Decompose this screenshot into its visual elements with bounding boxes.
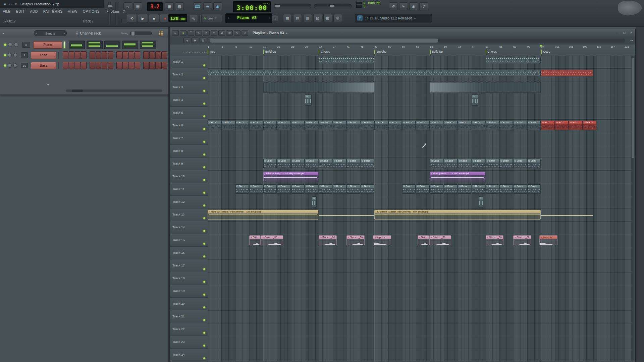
pattern-next-icon[interactable]: ▸ — [269, 16, 270, 19]
menu-item-file[interactable]: FILE — [3, 9, 11, 13]
track-header-21[interactable]: Track 21 — [170, 310, 208, 323]
clip-kickstart-master-instrumente-mix-envelope[interactable]: ƒKickstart (Master Instrumente) - Mix en… — [208, 210, 318, 220]
clip-pi-3[interactable]: ⊟Pi..3 — [388, 121, 402, 130]
bpm-display[interactable]: 128 .000 — [168, 14, 187, 22]
step-button[interactable] — [69, 62, 74, 69]
channel-volume-knob[interactable] — [13, 63, 17, 68]
clip-swee-06[interactable]: ∿Swee..._06 — [261, 235, 283, 245]
clip-pi-3[interactable]: ⊟Pi..3 — [374, 121, 388, 130]
step-button[interactable] — [90, 62, 95, 69]
clip-bass[interactable]: ⊟Bass — [235, 184, 249, 194]
clip-lead[interactable]: ⊟Lead — [513, 159, 527, 168]
channel-pan-knob[interactable] — [8, 63, 12, 68]
collapse-arrow-icon[interactable]: ▸ — [3, 32, 4, 35]
timeline-ruler[interactable]: NOTE CHAN PAT 15913172125293337414549535… — [170, 45, 635, 56]
clip-piano[interactable]: ⊟Piano — [361, 121, 374, 130]
section-marker-build-up[interactable]: Build Up — [430, 50, 443, 54]
channel-pan-knob[interactable] — [8, 43, 12, 47]
track-header-4[interactable]: Track 4 — [170, 94, 208, 107]
step-button[interactable] — [81, 51, 87, 59]
pattern-preview-cell[interactable] — [140, 41, 156, 49]
close-icon[interactable]: ✕ — [629, 31, 634, 35]
clip-envline[interactable] — [319, 210, 374, 220]
clip-pi-2[interactable]: ⊟Pi..2 — [458, 121, 471, 130]
track-led[interactable] — [203, 332, 205, 334]
track-header-15[interactable]: Track 15 — [170, 234, 208, 247]
close-all-icon[interactable]: ✕ — [14, 2, 18, 6]
pattern-add-button[interactable]: + — [272, 15, 278, 22]
track-header-6[interactable]: Track 6 — [170, 119, 208, 132]
clip-p-no[interactable]: ⊟P..no — [499, 121, 513, 130]
scroll-buttons[interactable]: ◂ ▸ — [630, 39, 633, 42]
track-led[interactable] — [203, 64, 205, 66]
clip-pi-2[interactable]: ⊟Pi..2 — [569, 121, 582, 130]
clip-pi-3[interactable]: ⊟Pi..3 — [208, 121, 221, 130]
scroll-left-icon[interactable]: ◂ — [183, 38, 190, 43]
clip-lead[interactable]: ⊟Lead — [346, 159, 360, 168]
play-button[interactable]: ▶ — [138, 14, 148, 23]
clip-impa-se[interactable]: ∿Impa..se — [373, 235, 391, 245]
track-led[interactable] — [203, 306, 205, 308]
track-led[interactable] — [203, 192, 205, 194]
shuffle-slider[interactable] — [274, 4, 311, 8]
step-button[interactable] — [143, 51, 149, 59]
main-out-icon[interactable]: ∿ — [123, 2, 132, 10]
clip-pi-2[interactable]: ⊟Pi..2 — [291, 121, 305, 130]
step-button[interactable] — [128, 62, 134, 69]
step-button[interactable] — [69, 51, 74, 59]
maximize-icon[interactable]: ▢ — [622, 31, 627, 35]
io-panel-icon[interactable]: ▩ — [175, 2, 184, 10]
track-header-17[interactable]: Track 17 — [170, 259, 208, 272]
clip-kickstart-master-instrumente-mix-envelope[interactable]: ƒKickstart (Master Instrumente) - Mix en… — [374, 210, 541, 220]
menu-item-add[interactable]: ADD — [30, 9, 38, 13]
channel-rack-scrollbar[interactable] — [66, 89, 162, 92]
track-led[interactable] — [203, 345, 205, 347]
step-button[interactable] — [96, 51, 101, 59]
clip-pi-2[interactable]: ⊟Pi..2 — [277, 121, 290, 130]
clip-envline[interactable] — [541, 210, 593, 220]
track-header-9[interactable]: Track 9 — [170, 158, 208, 170]
clip-pi-2[interactable]: ⊟Pi..2 — [416, 121, 429, 130]
track-header-14[interactable]: Track 14 — [170, 221, 208, 234]
main-pitch-fader[interactable] — [115, 2, 118, 24]
clip-small[interactable]: ⊟ — [312, 196, 317, 207]
clip-filter-lead-c-off-freq-envelope[interactable]: ƒFilter (Lead) - C..off freq envelope — [263, 172, 319, 181]
channel-button-bass[interactable]: Bass — [31, 62, 56, 69]
clip-swee-06[interactable]: ∿Swee..._06 — [513, 235, 531, 245]
clip-p-no[interactable]: ⊟P..no — [319, 121, 332, 130]
clip-lead[interactable]: ⊟Lead — [486, 159, 499, 168]
menu-item-view[interactable]: VIEW — [68, 9, 77, 13]
track-led[interactable] — [203, 243, 205, 245]
clip-lead[interactable]: ⊟Lead — [277, 159, 290, 168]
track-led[interactable] — [203, 154, 205, 156]
help-icon[interactable]: ? — [419, 2, 428, 10]
clip-lead[interactable]: ⊟Lead — [499, 159, 513, 168]
track-header-10[interactable]: Track 10 — [170, 170, 208, 183]
step-button[interactable] — [63, 62, 68, 69]
marker-add-icon[interactable]: ⊞ — [200, 38, 206, 43]
step-button[interactable] — [135, 62, 140, 69]
clip-lead[interactable]: ⊟Lead — [430, 159, 443, 168]
main-volume-fader[interactable] — [108, 2, 111, 24]
track-led[interactable] — [203, 179, 205, 181]
typing-keyboard-icon[interactable]: ⌨ — [193, 2, 202, 10]
clip-bass[interactable]: ⊟Bass — [277, 184, 290, 194]
add-channel-button[interactable]: + — [47, 82, 49, 87]
step-button[interactable] — [102, 51, 107, 59]
clip-bass[interactable]: ⊟Bass — [430, 184, 443, 194]
zoom-icon[interactable]: ⚲ — [234, 30, 240, 36]
section-marker-chorus[interactable]: Chorus — [486, 50, 497, 54]
step-button[interactable] — [102, 62, 107, 69]
channel-number[interactable]: 8 — [22, 42, 30, 48]
channel-number[interactable]: 9 — [21, 52, 28, 58]
app-icon[interactable]: ▣ — [3, 2, 7, 6]
clip-pia-3[interactable]: ⊟Pia..3 — [221, 121, 235, 130]
clip-pi-2[interactable]: ⊟Pi..2 — [472, 121, 485, 130]
track-led[interactable] — [203, 255, 205, 257]
cut-icon[interactable]: ✂ — [211, 30, 217, 36]
clip-lead[interactable]: ⊟Lead — [333, 159, 346, 168]
track-header-1[interactable]: Track 1 — [170, 56, 208, 68]
menu-item-edit[interactable]: EDIT — [16, 9, 25, 13]
clip-pia-2[interactable]: ⊟Pia..2 — [444, 121, 457, 130]
clip-small[interactable]: ⊟ — [472, 95, 478, 106]
